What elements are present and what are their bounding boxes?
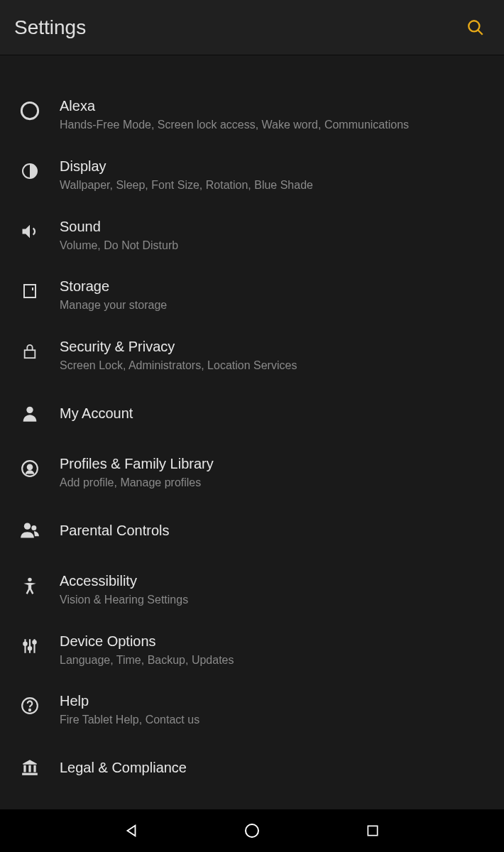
svg-point-0 xyxy=(469,21,479,31)
back-icon xyxy=(124,823,139,839)
item-subtitle: Volume, Do Not Disturb xyxy=(60,239,178,253)
svg-line-1 xyxy=(478,30,483,35)
item-text: Storage Manage your storage xyxy=(60,275,167,313)
item-title: Accessibility xyxy=(60,572,188,590)
svg-rect-21 xyxy=(23,765,26,772)
item-text: Device Options Language, Time, Backup, U… xyxy=(60,630,234,668)
recent-button[interactable] xyxy=(358,816,387,845)
item-title: Profiles & Family Library xyxy=(60,454,214,473)
svg-point-20 xyxy=(29,709,31,711)
svg-point-18 xyxy=(33,640,35,643)
item-subtitle: Manage your storage xyxy=(60,298,167,313)
profiles-icon xyxy=(14,453,45,484)
settings-item-sound[interactable]: Sound Volume, Do Not Disturb xyxy=(0,204,504,265)
item-text: Display Wallpaper, Sleep, Font Size, Rot… xyxy=(60,155,313,193)
settings-item-device[interactable]: Device Options Language, Time, Backup, U… xyxy=(0,619,504,679)
item-text: My Account xyxy=(60,404,133,422)
item-subtitle: Vision & Hearing Settings xyxy=(60,593,188,608)
settings-item-security[interactable]: Security & Privacy Screen Lock, Administ… xyxy=(0,324,504,385)
search-button[interactable] xyxy=(461,13,490,42)
storage-icon xyxy=(14,275,45,307)
svg-point-12 xyxy=(28,577,31,581)
item-title: Legal & Compliance xyxy=(60,758,187,777)
recent-icon xyxy=(366,824,380,838)
settings-item-parental[interactable]: Parental Controls xyxy=(0,502,504,559)
item-title: Security & Privacy xyxy=(60,337,297,356)
item-text: Alexa Hands-Free Mode, Screen lock acces… xyxy=(60,95,409,133)
item-text: Security & Privacy Screen Lock, Administ… xyxy=(60,336,297,373)
item-subtitle: Screen Lock, Administrators, Location Se… xyxy=(60,359,297,373)
item-subtitle: Add profile, Manage profiles xyxy=(60,476,214,491)
settings-item-accessibility[interactable]: Accessibility Vision & Hearing Settings xyxy=(0,559,504,619)
help-icon xyxy=(14,690,45,721)
item-text: Parental Controls xyxy=(60,521,170,540)
svg-rect-24 xyxy=(22,773,38,775)
svg-point-25 xyxy=(246,824,258,837)
item-title: Display xyxy=(60,157,313,175)
svg-point-16 xyxy=(28,647,31,650)
item-text: Sound Volume, Do Not Disturb xyxy=(60,216,178,253)
settings-item-alexa[interactable]: Alexa Hands-Free Mode, Screen lock acces… xyxy=(0,84,504,144)
settings-item-profiles[interactable]: Profiles & Family Library Add profile, M… xyxy=(0,442,504,502)
item-subtitle: Language, Time, Backup, Updates xyxy=(60,653,234,668)
person-icon xyxy=(14,398,45,429)
item-subtitle: Fire Tablet Help, Contact us xyxy=(60,713,199,728)
item-text: Accessibility Vision & Hearing Settings xyxy=(60,570,188,608)
settings-item-storage[interactable]: Storage Manage your storage xyxy=(0,264,504,324)
item-text: Profiles & Family Library Add profile, M… xyxy=(60,453,214,491)
navigation-bar xyxy=(0,809,504,852)
settings-item-legal[interactable]: Legal & Compliance xyxy=(0,739,504,796)
svg-point-11 xyxy=(31,525,36,530)
people-icon xyxy=(14,515,45,546)
alexa-icon xyxy=(14,95,45,126)
settings-item-help[interactable]: Help Fire Tablet Help, Contact us xyxy=(0,679,504,739)
back-button[interactable] xyxy=(117,816,146,845)
display-icon xyxy=(14,155,45,187)
svg-rect-23 xyxy=(33,765,35,772)
svg-point-7 xyxy=(26,407,33,413)
svg-point-2 xyxy=(21,102,38,119)
item-subtitle: Hands-Free Mode, Screen lock access, Wak… xyxy=(60,118,409,133)
item-title: Sound xyxy=(60,217,178,236)
item-title: Storage xyxy=(60,277,167,295)
item-title: Device Options xyxy=(60,632,234,650)
lock-icon xyxy=(14,336,45,367)
sound-icon xyxy=(14,216,45,247)
search-icon xyxy=(466,18,485,37)
svg-point-14 xyxy=(23,642,26,645)
sliders-icon xyxy=(14,630,45,662)
settings-item-display[interactable]: Display Wallpaper, Sleep, Font Size, Rot… xyxy=(0,144,504,204)
item-subtitle: Wallpaper, Sleep, Font Size, Rotation, B… xyxy=(60,178,313,193)
legal-icon xyxy=(14,752,45,783)
item-text: Help Fire Tablet Help, Contact us xyxy=(60,690,199,728)
svg-point-9 xyxy=(28,465,33,470)
page-title: Settings xyxy=(14,16,86,39)
svg-point-10 xyxy=(24,523,31,529)
svg-rect-6 xyxy=(25,350,35,358)
home-icon xyxy=(243,822,261,839)
item-title: Help xyxy=(60,692,199,710)
settings-item-account[interactable]: My Account xyxy=(0,385,504,442)
item-title: Alexa xyxy=(60,97,409,115)
accessibility-icon xyxy=(14,570,45,601)
item-text: Legal & Compliance xyxy=(60,758,187,777)
svg-rect-22 xyxy=(28,765,31,772)
settings-list: Alexa Hands-Free Mode, Screen lock acces… xyxy=(0,55,504,809)
header: Settings xyxy=(0,0,504,55)
home-button[interactable] xyxy=(238,816,266,845)
item-title: My Account xyxy=(60,404,133,422)
item-title: Parental Controls xyxy=(60,521,170,540)
svg-rect-4 xyxy=(24,285,35,297)
svg-rect-26 xyxy=(368,826,377,835)
